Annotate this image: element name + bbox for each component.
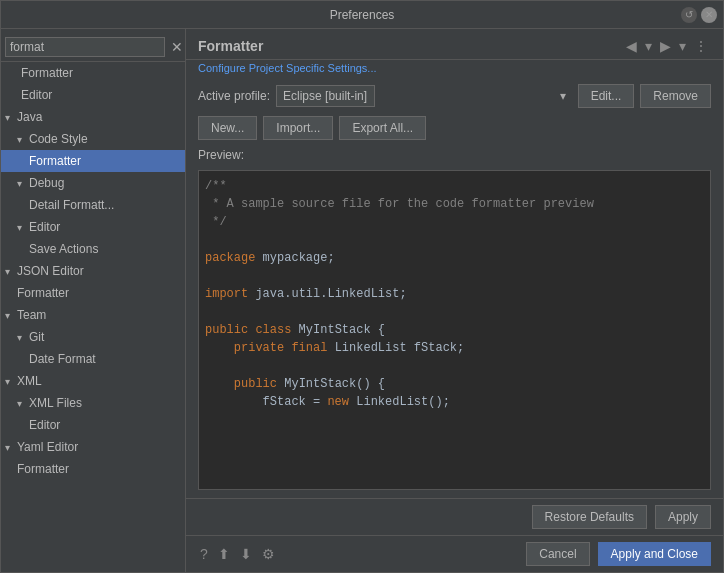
sidebar-item-java[interactable]: ▾ Java <box>1 106 185 128</box>
nav-dropdown2-button[interactable]: ▾ <box>676 37 689 55</box>
dialog-title: Preferences <box>330 8 395 22</box>
help-icon-button[interactable]: ? <box>198 544 210 564</box>
nav-menu-button[interactable]: ⋮ <box>691 37 711 55</box>
preview-keyword-new: new <box>327 395 349 409</box>
sidebar-label-text: Formatter <box>21 66 73 80</box>
sidebar-label-text: Formatter <box>29 154 81 168</box>
preview-code-comment1: /** <box>205 179 227 193</box>
sidebar-label-text: Formatter <box>17 462 69 476</box>
nav-dropdown-button[interactable]: ▾ <box>642 37 655 55</box>
settings-icon-button[interactable]: ⚙ <box>260 544 277 564</box>
sidebar-label-text: Debug <box>29 176 64 190</box>
sidebar-item-editor-xml[interactable]: Editor <box>1 414 185 436</box>
preview-code-constructor: MyIntStack() { <box>277 377 385 391</box>
sidebar-label-text: Code Style <box>29 132 88 146</box>
preview-keyword-package: package <box>205 251 255 265</box>
edit-button[interactable]: Edit... <box>578 84 635 108</box>
preview-keyword-public-class: public class <box>205 323 291 337</box>
apply-and-close-button[interactable]: Apply and Close <box>598 542 711 566</box>
active-profile-label: Active profile: <box>198 89 270 103</box>
panel-nav: ◀ ▾ ▶ ▾ ⋮ <box>623 37 711 55</box>
search-clear-button[interactable]: ✕ <box>169 39 185 55</box>
panel-header: Formatter ◀ ▾ ▶ ▾ ⋮ <box>186 29 723 60</box>
main-content: ✕ Formatter Editor ▾ Java <box>1 29 723 572</box>
sidebar-label-text: Editor <box>29 418 60 432</box>
restore-defaults-button[interactable]: Restore Defaults <box>532 505 647 529</box>
remove-button[interactable]: Remove <box>640 84 711 108</box>
cancel-button[interactable]: Cancel <box>526 542 589 566</box>
sidebar-label-text: Date Format <box>29 352 96 366</box>
panel-body: Active profile: Eclipse [built-in] Edit.… <box>186 76 723 498</box>
action-buttons-row: New... Import... Export All... <box>198 116 711 140</box>
sidebar-label-text: Yaml Editor <box>17 440 78 454</box>
titlebar: Preferences ↺ ✕ <box>1 1 723 29</box>
nav-back-button[interactable]: ◀ <box>623 37 640 55</box>
sidebar-label-text: Team <box>17 308 46 322</box>
preview-keyword-import: import <box>205 287 248 301</box>
sidebar-label-text: Git <box>29 330 44 344</box>
preferences-dialog: Preferences ↺ ✕ ✕ Formatter <box>0 0 724 573</box>
refresh-button[interactable]: ↺ <box>681 7 697 23</box>
sidebar-item-code-style[interactable]: ▾ Code Style <box>1 128 185 150</box>
preview-area: /** * A sample source file for the code … <box>198 170 711 490</box>
titlebar-controls: ↺ ✕ <box>681 7 717 23</box>
sidebar-item-xml[interactable]: ▾ XML <box>1 370 185 392</box>
preview-code-class: MyIntStack { <box>291 323 385 337</box>
sidebar-item-save-actions[interactable]: Save Actions <box>1 238 185 260</box>
sidebar-item-json-editor[interactable]: ▾ JSON Editor <box>1 260 185 282</box>
preview-keyword-private: private final <box>234 341 328 355</box>
sidebar-item-xml-files[interactable]: ▾ XML Files <box>1 392 185 414</box>
preview-code-new: LinkedList(); <box>349 395 450 409</box>
sidebar-label-text: Formatter <box>17 286 69 300</box>
sidebar-item-formatter-yaml[interactable]: Formatter <box>1 458 185 480</box>
preview-keyword-public2: public <box>234 377 277 391</box>
preview-code-import: java.util.LinkedList; <box>248 287 406 301</box>
profile-row: Active profile: Eclipse [built-in] Edit.… <box>198 84 711 108</box>
search-area: ✕ <box>1 33 185 62</box>
apply-button[interactable]: Apply <box>655 505 711 529</box>
sidebar-item-formatter-main[interactable]: Formatter <box>1 150 185 172</box>
bottom-icons: ? ⬆ ⬇ ⚙ <box>198 544 277 564</box>
preview-label: Preview: <box>198 148 711 162</box>
sidebar-item-editor-sub[interactable]: ▾ Editor <box>1 216 185 238</box>
sidebar-label-text: JSON Editor <box>17 264 84 278</box>
search-input[interactable] <box>5 37 165 57</box>
sidebar-label-text: Java <box>17 110 42 124</box>
sidebar-label-text: Save Actions <box>29 242 98 256</box>
preview-code-comment3: */ <box>205 215 227 229</box>
export-all-button[interactable]: Export All... <box>339 116 426 140</box>
sidebar-item-detail-format[interactable]: Detail Formatt... <box>1 194 185 216</box>
restore-apply-bar: Restore Defaults Apply <box>186 498 723 535</box>
sidebar-label-text: XML Files <box>29 396 82 410</box>
sidebar-item-debug[interactable]: ▾ Debug <box>1 172 185 194</box>
sidebar-label-text: XML <box>17 374 42 388</box>
preview-code-comment2: * A sample source file for the code form… <box>205 197 594 211</box>
sidebar-item-git[interactable]: ▾ Git <box>1 326 185 348</box>
preview-code-assign: fStack = <box>263 395 328 409</box>
nav-forward-button[interactable]: ▶ <box>657 37 674 55</box>
sidebar-item-team[interactable]: ▾ Team <box>1 304 185 326</box>
sidebar-label-text: Editor <box>21 88 52 102</box>
bottom-actions-bar: ? ⬆ ⬇ ⚙ Cancel Apply and Close <box>186 535 723 572</box>
sidebar-item-formatter-java[interactable]: Formatter <box>1 62 185 84</box>
sidebar-label-text: Detail Formatt... <box>29 198 114 212</box>
bottom-right-buttons: Cancel Apply and Close <box>526 542 711 566</box>
sidebar-item-date-format[interactable]: Date Format <box>1 348 185 370</box>
sidebar: ✕ Formatter Editor ▾ Java <box>1 29 186 572</box>
configure-link[interactable]: Configure Project Specific Settings... <box>186 60 723 76</box>
right-panel: Formatter ◀ ▾ ▶ ▾ ⋮ Configure Project Sp… <box>186 29 723 572</box>
profile-select[interactable]: Eclipse [built-in] <box>276 85 375 107</box>
profile-select-wrapper: Eclipse [built-in] <box>276 85 572 107</box>
export-config-icon-button[interactable]: ⬇ <box>238 544 254 564</box>
panel-title: Formatter <box>198 38 263 54</box>
sidebar-item-formatter-json[interactable]: Formatter <box>1 282 185 304</box>
new-button[interactable]: New... <box>198 116 257 140</box>
preview-code-package: mypackage; <box>255 251 334 265</box>
close-button[interactable]: ✕ <box>701 7 717 23</box>
import-button[interactable]: Import... <box>263 116 333 140</box>
sidebar-item-yaml-editor[interactable]: ▾ Yaml Editor <box>1 436 185 458</box>
import-config-icon-button[interactable]: ⬆ <box>216 544 232 564</box>
sidebar-label-text: Editor <box>29 220 60 234</box>
sidebar-item-editor-java[interactable]: Editor <box>1 84 185 106</box>
preview-code-field: LinkedList fStack; <box>327 341 464 355</box>
